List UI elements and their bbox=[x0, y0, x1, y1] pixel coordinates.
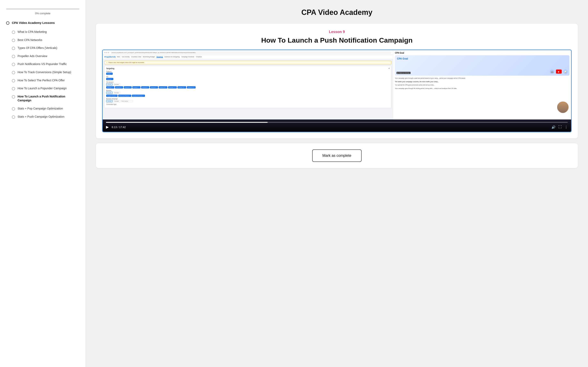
lesson-circle-icon bbox=[12, 107, 15, 110]
video-progress-track[interactable] bbox=[106, 122, 568, 123]
connection-type-row: Connection type bbox=[106, 104, 389, 105]
lesson-section-header: CPA Video Academy Lessons bbox=[6, 21, 79, 25]
watch-on-youtube[interactable]: ▶ Watch on YouTube bbox=[397, 72, 410, 74]
sidebar-item-lesson-2[interactable]: Best CPA Networks bbox=[12, 36, 79, 44]
browser-mockup: partners.propellerads.com/?_gi=1tz2gn0*_… bbox=[103, 50, 393, 119]
warning-icon: ⚠ bbox=[106, 62, 107, 63]
browser-dots bbox=[104, 52, 109, 53]
video-desc-3: Your campaign goes through the testing p… bbox=[395, 87, 570, 90]
lesson-item-label: Propeller Ads Overview bbox=[17, 54, 47, 58]
mark-complete-button[interactable]: Mark as complete bbox=[312, 150, 362, 162]
warning-text: Please note, that budgets below $30 migh… bbox=[108, 62, 144, 63]
os-version-exclude-btn[interactable]: Exclude bbox=[113, 83, 120, 86]
os-tag-android: Android × bbox=[106, 78, 113, 80]
lesson-items: What is CPA Marketing Best CPA Networks … bbox=[12, 28, 79, 121]
video-player[interactable]: partners.propellerads.com/?_gi=1tz2gn0*_… bbox=[102, 50, 572, 132]
os-label: OS bbox=[106, 76, 389, 77]
browser-dot-1 bbox=[104, 52, 105, 53]
video-screenshot: partners.propellerads.com/?_gi=1tz2gn0*_… bbox=[103, 50, 571, 119]
nav-tab-targeting[interactable]: Targeting bbox=[156, 56, 163, 58]
browser-url: partners.propellerads.com/?_gi=1tz2gn0*_… bbox=[111, 51, 391, 54]
time-label: 6:13 / 17:42 bbox=[112, 125, 126, 129]
sidebar-item-lesson-9[interactable]: How To Launch a Push Notification Campai… bbox=[12, 92, 79, 105]
targeting-section-title: Targeting ^ bbox=[106, 67, 389, 69]
lesson-circle-icon bbox=[12, 95, 15, 99]
lesson-item-label: Best CPA Networks bbox=[17, 38, 42, 42]
browser-language-include-exclude: Include Exclude bbox=[106, 100, 389, 102]
browser-chrome: Google Chrome × bbox=[106, 95, 118, 97]
targeting-label: Targeting bbox=[106, 67, 114, 69]
warning-bar: ⚠ Please note, that budgets below $30 mi… bbox=[104, 61, 391, 64]
action-card: Mark as complete bbox=[96, 143, 578, 168]
targeting-section: Targeting ^ Platform Mobile × bbox=[104, 66, 391, 108]
page-title: CPA Video Academy bbox=[96, 8, 578, 17]
left-panel: partners.propellerads.com/?_gi=1tz2gn0*_… bbox=[103, 50, 393, 119]
os-v6: Android 6 × bbox=[124, 86, 132, 89]
browser-language-input[interactable] bbox=[121, 100, 133, 102]
platform-tags: Mobile × bbox=[106, 73, 389, 75]
os-row: OS Android × bbox=[106, 76, 389, 80]
lesson-circle-icon bbox=[12, 71, 15, 74]
lesson-item-label: Types Of CPA Offers (Verticals) bbox=[17, 46, 57, 50]
lesson-item-label: How To Launch a Push Notification Campai… bbox=[17, 95, 79, 103]
volume-icon[interactable]: 🔊 bbox=[552, 125, 555, 129]
fullscreen-icon[interactable]: ⛶ bbox=[558, 125, 562, 129]
browser-include-btn[interactable]: Include bbox=[106, 92, 112, 94]
video-desc-1: Your campaign goes through a paid test p… bbox=[395, 77, 570, 80]
propeller-logo: PropellerAds bbox=[104, 56, 116, 58]
nav-tab-countries-&-bid[interactable]: Countries & Bid bbox=[131, 56, 141, 58]
sidebar-item-lesson-4[interactable]: Propeller Ads Overview bbox=[12, 52, 79, 60]
cpa-thumb-title: CPA Goal bbox=[397, 57, 408, 60]
browser-exclude-btn[interactable]: Exclude bbox=[113, 92, 120, 94]
play-button[interactable]: ▶ bbox=[106, 125, 109, 129]
lesson-circle-icon bbox=[12, 115, 15, 119]
sidebar-item-lesson-10[interactable]: Stats + Pop Campaign Optimization bbox=[12, 105, 79, 113]
lesson-item-label: How To Track Conversions (Simple Setup) bbox=[17, 70, 71, 75]
lesson-item-label: How To Select The Perfect CPA Offer bbox=[17, 78, 65, 83]
nav-tab-user-activity[interactable]: User Activity bbox=[122, 56, 130, 58]
lesson-circle-icon bbox=[12, 55, 15, 58]
cpa-thumb-icons: 🤖 ▶ 📊 bbox=[550, 69, 568, 74]
targeting-chevron: ^ bbox=[389, 67, 389, 69]
sidebar-item-lesson-3[interactable]: Types Of CPA Offers (Verticals) bbox=[12, 44, 79, 52]
settings-icon[interactable]: ⋮ bbox=[564, 125, 568, 129]
nav-tab-campaign-schedule[interactable]: Campaign Schedule bbox=[181, 56, 194, 58]
nav-tab-main[interactable]: Main bbox=[117, 56, 120, 58]
os-v13: Android 13 × bbox=[187, 86, 196, 89]
watch-label: Watch on YouTube bbox=[399, 72, 409, 74]
os-v11: Android 11 × bbox=[168, 86, 177, 89]
lesson-circle-icon bbox=[12, 47, 15, 50]
sidebar-item-lesson-11[interactable]: Stats + Push Campaign Optimization bbox=[12, 113, 79, 121]
nav-tab-advertising-budget[interactable]: Advertising Budget bbox=[143, 56, 155, 58]
nav-tabs: MainUser ActivityCountries & BidAdvertis… bbox=[117, 56, 202, 58]
screenshot-inner: partners.propellerads.com/?_gi=1tz2gn0*_… bbox=[103, 50, 571, 119]
total-time: 17:42 bbox=[119, 125, 126, 129]
lesson-item-label: Stats + Pop Campaign Optimization bbox=[17, 107, 63, 111]
ai-icon: 🤖 bbox=[550, 69, 554, 74]
section-circle-icon bbox=[6, 21, 9, 25]
video-controls[interactable]: ▶ 6:13 / 17:42 🔊 ⛶ ⋮ bbox=[103, 119, 571, 132]
browser-lang-include-btn[interactable]: Include bbox=[106, 100, 112, 102]
sidebar-item-lesson-1[interactable]: What is CPA Marketing bbox=[12, 28, 79, 36]
os-version-include-btn[interactable]: Include bbox=[106, 83, 112, 86]
youtube-play-icon[interactable]: ▶ bbox=[556, 69, 562, 74]
browser-language-label: Browser language bbox=[106, 98, 389, 100]
lesson-circle-icon bbox=[12, 79, 15, 82]
video-desc-bold-text: The better your campaign converts, the m… bbox=[395, 81, 439, 82]
sidebar-item-lesson-8[interactable]: How To Launch a Popunder Campaign bbox=[12, 84, 79, 92]
avatar-image bbox=[558, 102, 568, 113]
cpa-goal-video-thumb[interactable]: CPA Goal 🤖 ▶ 📊 ▶ Watch on YouTube bbox=[395, 55, 570, 76]
browser-dot-2 bbox=[106, 52, 107, 53]
browser-include-exclude: Include Exclude bbox=[106, 92, 389, 94]
sidebar-item-lesson-6[interactable]: How To Track Conversions (Simple Setup) bbox=[12, 68, 79, 76]
os-v8: Android 8 × bbox=[141, 86, 149, 89]
sidebar-item-lesson-7[interactable]: How To Select The Perfect CPA Offer bbox=[12, 76, 79, 85]
browser-dot-3 bbox=[108, 52, 109, 53]
os-v4: Android 4 × bbox=[106, 86, 114, 89]
video-card: Lesson 9 How To Launch a Push Notificati… bbox=[96, 24, 578, 138]
sidebar-item-lesson-5[interactable]: Push Notifications VS Popunder Traffic bbox=[12, 60, 79, 68]
browser-lang-exclude-btn[interactable]: Exclude bbox=[113, 100, 120, 102]
nav-tab-audience-for-retargeting[interactable]: Audience for retargeting bbox=[164, 56, 180, 58]
video-desc-2: You specify the CPA goal (conversion pri… bbox=[395, 84, 570, 86]
nav-tab-creatives[interactable]: Creatives bbox=[196, 56, 202, 58]
